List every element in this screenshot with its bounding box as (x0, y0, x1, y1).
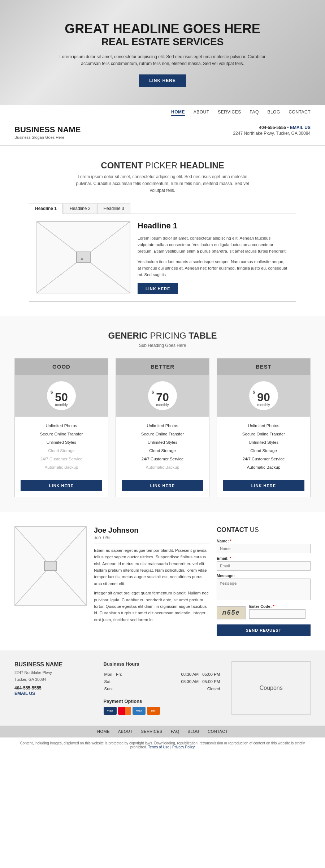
plan-cta-best[interactable]: LINK HERE (223, 480, 304, 491)
tab-heading: Headline 1 (138, 221, 289, 231)
hours-day: Sun: (104, 686, 140, 692)
tab-para2: Vestibulum tincidunt mauris a scelerisqu… (138, 258, 289, 278)
bottom-nav-about[interactable]: ABOUT (118, 729, 133, 734)
footer-payments-block: Payment Options VISA AMEX DISC (104, 699, 221, 715)
pricing-card-good: GOOD $ 50 monthly Unlimited Photos Secur… (14, 358, 108, 497)
pricing-section: GENERIC PRICING TABLE Sub Heading Goes H… (0, 316, 325, 512)
tab-text-area: Headline 1 Lorem ipsum dolor sit amet, c… (138, 221, 289, 294)
pricing-subtitle: Sub Heading Goes Here (14, 343, 311, 348)
bottom-nav-blog[interactable]: BLOG (188, 729, 200, 734)
plan-price-area-good: $ 50 monthly (15, 375, 108, 417)
content-picker-subtitle: Lorem ipsum dolor sit amet, consectetur … (72, 173, 253, 194)
payments-title: Payment Options (104, 699, 221, 704)
send-request-button[interactable]: SEND REQUEST (217, 624, 311, 636)
nav-item-contact[interactable]: CONTACT (289, 109, 311, 115)
plan-price-better: 70 (156, 391, 169, 403)
plan-cta-good[interactable]: LINK HERE (21, 480, 102, 491)
payment-cards: VISA AMEX DISC (104, 707, 221, 715)
hours-title: Business Hours (104, 661, 221, 667)
bottom-nav-contact[interactable]: CONTACT (208, 729, 228, 734)
price-circle-best: $ 90 monthly (249, 381, 278, 410)
feature-item: Automatic Backup (221, 463, 307, 472)
header-contact-info: 404-555-5555 • EMAIL US 2247 Northlake P… (233, 125, 311, 136)
tab-image (36, 221, 130, 293)
pricing-title: GENERIC PRICING TABLE (14, 331, 311, 341)
content-picker-tabs: Headline 1 Headline 2 Headline 3 (29, 203, 296, 214)
captcha-input[interactable] (249, 609, 306, 619)
site-header: BUSINESS NAME Business Slogan Goes Here … (0, 119, 325, 146)
footer-email[interactable]: EMAIL US (14, 691, 35, 696)
pricing-card-best: BEST $ 90 monthly Unlimited Photos Secur… (217, 358, 311, 497)
content-picker-title: CONTENT PICKER HEADLINE (29, 160, 296, 171)
image-placeholder-icon (76, 252, 91, 263)
email-label: Email: * (217, 556, 311, 560)
tab-headline-2[interactable]: Headline 2 (64, 203, 96, 214)
visa-icon: VISA (104, 707, 117, 715)
tab-headline-3[interactable]: Headline 3 (97, 203, 130, 214)
bottom-nav-services[interactable]: SERVICES (141, 729, 162, 734)
email-input[interactable] (217, 561, 311, 571)
feature-item: Secure Online Transfer (18, 430, 104, 438)
hero-section: GREAT HEADLINE GOES HERE REAL ESTATE SER… (0, 0, 325, 105)
feature-item: Unlimited Photos (18, 422, 104, 430)
feature-item: Unlimited Styles (221, 438, 307, 447)
price-circle-good: $ 50 monthly (47, 381, 76, 410)
feature-item: Secure Online Transfer (120, 430, 205, 438)
nav-item-about[interactable]: ABOUT (194, 109, 209, 115)
mastercard-icon (118, 707, 131, 715)
bottom-navigation: HOME ABOUT SERVICES FAQ BLOG CONTACT (0, 726, 325, 737)
nav-item-home[interactable]: HOME (171, 109, 185, 116)
bio-text-block: Joe Johnson Job Title Etiam ac sapien eg… (94, 526, 209, 636)
bio-para1: Etiam ac sapien eget augue tempor blandi… (94, 547, 209, 587)
feature-item: Unlimited Styles (18, 438, 104, 447)
footer-hours-block: Business Hours Mon - Fri: 08:30 AM - 05:… (104, 661, 221, 693)
feature-item: 24/7 Customer Service (221, 455, 307, 463)
hours-day: Sat: (104, 678, 140, 685)
enter-code-label: Enter Code: * (249, 604, 306, 609)
hours-time: 08:30 AM - 05:00 PM (141, 671, 220, 678)
message-textarea[interactable] (217, 579, 311, 600)
hours-day: Mon - Fri: (104, 671, 140, 678)
bio-contact-section: Joe Johnson Job Title Etiam ac sapien eg… (0, 512, 325, 650)
hero-headline1: GREAT HEADLINE GOES HERE (29, 22, 296, 36)
plan-price-area-better: $ 70 monthly (116, 375, 209, 417)
privacy-link[interactable]: Privacy Policy (172, 745, 195, 749)
nav-item-services[interactable]: SERVICES (218, 109, 241, 115)
amex-icon: AMEX (133, 707, 146, 715)
plan-name-best: BEST (217, 358, 310, 375)
plan-features-good: Unlimited Photos Secure Online Transfer … (15, 417, 108, 477)
feature-item-disabled: Cloud Storage (18, 447, 104, 455)
tab-para1: Lorem ipsum dolor sit amet, consectetur … (138, 235, 289, 255)
bottom-nav-faq[interactable]: FAQ (171, 729, 179, 734)
bio-para2: Integer sit amet orci eget quam fermentu… (94, 590, 209, 623)
plan-price-best: 90 (257, 391, 270, 403)
captcha-row: n65e Enter Code: * (217, 604, 311, 622)
pricing-cards-container: GOOD $ 50 monthly Unlimited Photos Secur… (14, 358, 311, 497)
brand-name: BUSINESS NAME (14, 125, 81, 134)
header-email[interactable]: EMAIL US (290, 125, 311, 130)
tab-headline-1[interactable]: Headline 1 (29, 203, 63, 214)
hours-row: Sat: 08:30 AM - 05:00 PM (104, 678, 220, 685)
feature-item-disabled: Automatic Backup (120, 463, 205, 472)
hero-cta-button[interactable]: LINK HERE (139, 74, 186, 87)
name-input[interactable] (217, 544, 311, 553)
pricing-card-better: BETTER $ 70 monthly Unlimited Photos Sec… (116, 358, 209, 497)
tab-cta-button[interactable]: LINK HERE (138, 283, 178, 294)
terms-link[interactable]: Terms of Use (148, 745, 169, 749)
bottom-nav-home[interactable]: HOME (97, 729, 110, 734)
message-label: Message: (217, 573, 311, 578)
plan-name-better: BETTER (116, 358, 209, 375)
nav-item-faq[interactable]: FAQ (250, 109, 259, 115)
tab-content-area: Headline 1 Lorem ipsum dolor sit amet, c… (29, 214, 296, 302)
feature-item: Unlimited Photos (120, 422, 205, 430)
nav-item-blog[interactable]: BLOG (267, 109, 280, 115)
plan-features-better: Unlimited Photos Secure Online Transfer … (116, 417, 209, 477)
plan-cta-better[interactable]: LINK HERE (122, 480, 203, 491)
plan-price-area-best: $ 90 monthly (217, 375, 310, 417)
feature-item: Secure Online Transfer (221, 430, 307, 438)
name-label: Name: * (217, 539, 311, 543)
captcha-image: n65e (217, 606, 246, 619)
footer-brand-name: BUSINESS NAME (14, 661, 93, 668)
hours-row: Mon - Fri: 08:30 AM - 05:00 PM (104, 671, 220, 678)
feature-item: Cloud Storage (120, 447, 205, 455)
